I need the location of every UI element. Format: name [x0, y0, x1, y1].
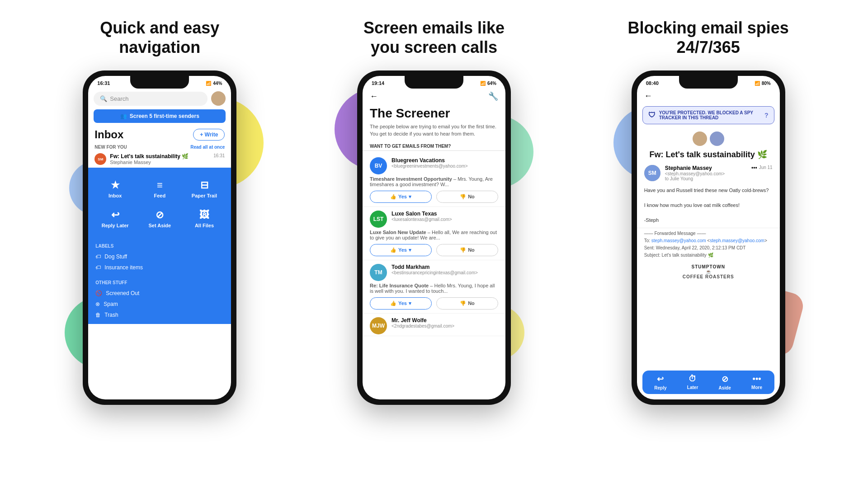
- screener-header: ← 🔧: [363, 88, 505, 105]
- write-btn[interactable]: + Write: [193, 129, 225, 141]
- wifi-icon-2: 📶: [480, 81, 486, 86]
- screener-sender-3[interactable]: TM Todd Markham <bestinsurancepricingint…: [363, 260, 505, 314]
- all-files-icon: 🖼: [199, 209, 209, 221]
- aside-btn[interactable]: ⊘ Aside: [719, 374, 731, 390]
- search-icon: 🔍: [100, 95, 107, 102]
- nav-set-aside[interactable]: ⊘ Set Aside: [138, 205, 181, 233]
- label-dog-stuff[interactable]: 🏷 Dog Stuff: [95, 251, 224, 262]
- search-input-1[interactable]: 🔍 Search: [94, 92, 208, 106]
- forwarded-email-1[interactable]: steph.massey@yahoo.com: [651, 238, 706, 243]
- trash-icon: 🗑: [95, 312, 101, 318]
- reply-later-icon: ↩: [111, 209, 119, 221]
- back-arrow-3[interactable]: ←: [644, 91, 652, 101]
- label-insurance[interactable]: 🏷 Insurance items: [95, 262, 224, 273]
- thumbs-up-icon-2: 👍: [390, 247, 396, 253]
- screener-settings-icon[interactable]: 🔧: [488, 91, 498, 101]
- new-for-you-label: NEW FOR YOU Read all at once: [88, 143, 231, 150]
- phone-2-notch: [405, 76, 463, 89]
- question-icon[interactable]: ?: [764, 112, 769, 119]
- panel-1-title: Quick and easy navigation: [100, 18, 219, 57]
- want-label: WANT TO GET EMAILS FROM THEM?: [363, 142, 505, 151]
- body-line-3: -Steph: [644, 216, 773, 224]
- email-to: to Julie Young: [665, 176, 773, 181]
- no-btn-2[interactable]: 👎 No: [436, 244, 498, 256]
- no-btn-1[interactable]: 👎 No: [436, 191, 498, 203]
- sender-name-2: Luxe Salon Texas: [392, 211, 452, 217]
- screener-subtitle: The people below are trying to email you…: [363, 121, 505, 142]
- yes-btn-3[interactable]: 👍 Yes ▾: [370, 297, 432, 310]
- reply-btn[interactable]: ↩ Reply: [654, 374, 666, 390]
- yes-btn-1[interactable]: 👍 Yes ▾: [370, 191, 432, 203]
- yes-btn-2[interactable]: 👍 Yes ▾: [370, 244, 432, 256]
- thumbs-down-icon-3: 👎: [460, 300, 466, 306]
- panel-1-phone-container: 16:31 📶 44% 🔍 Search: [83, 70, 236, 405]
- dog-stuff-icon: 🏷: [95, 253, 101, 260]
- screener-sender-4[interactable]: MJW Mr. Jeff Wolfe <2ndgradestabes@gmail…: [363, 314, 505, 336]
- panel-spy-blocker: Blocking email spies 24/7/365 08:40 📶 80…: [585, 18, 832, 405]
- sender-preview-1: Timeshare Investment Opportunity – Mrs. …: [370, 176, 498, 187]
- nav-all-files[interactable]: 🖼 All Files: [183, 205, 226, 233]
- thumbs-down-icon-2: 👎: [460, 247, 466, 253]
- reply-icon: ↩: [657, 374, 664, 384]
- user-avatar-1[interactable]: [211, 91, 226, 106]
- sender-name-1: Bluegreen Vacations: [392, 157, 468, 164]
- other-trash[interactable]: 🗑 Trash: [95, 310, 224, 320]
- sender-email-4: <2ndgradestabes@gmail.com>: [392, 324, 454, 328]
- spam-icon: ⊗: [95, 301, 100, 307]
- panel-screener: Screen emails like you screen calls 19:1…: [311, 18, 558, 405]
- spy-banner: 🛡 YOU'RE PROTECTED. WE BLOCKED A SPY TRA…: [642, 106, 774, 124]
- inbox-header: Inbox + Write: [88, 125, 231, 143]
- panel-3-title: Blocking email spies 24/7/365: [628, 18, 789, 57]
- screener-title: The Screener: [363, 105, 505, 121]
- phone-2-frame: 19:14 📶 64% ← 🔧 The Screener The people …: [357, 70, 511, 405]
- more-dots-icon[interactable]: •••: [751, 165, 757, 171]
- sender-email-1: <bluegreeninvestments@yahoo.com>: [392, 164, 468, 169]
- more-btn[interactable]: ••• More: [751, 374, 762, 390]
- status-icons-2: 📶 64%: [480, 81, 496, 86]
- screener-sender-2[interactable]: LST Luxe Salon Texas <luxesalontexas@gma…: [363, 207, 505, 260]
- screen-icon: 👥: [120, 113, 127, 119]
- screened-out-icon: 🚫: [95, 290, 102, 296]
- later-btn[interactable]: ⏱ Later: [687, 374, 698, 390]
- email-view-header: ←: [637, 88, 780, 104]
- labels-title: LABELS: [95, 244, 224, 249]
- feed-icon: ≡: [157, 179, 163, 191]
- nav-feed[interactable]: ≡ Feed: [138, 175, 181, 203]
- nav-paper-trail[interactable]: ⊟ Paper Trail: [183, 175, 226, 203]
- thumbs-down-icon-1: 👎: [460, 194, 466, 200]
- later-icon: ⏱: [689, 374, 697, 384]
- avatar-sm-1: SM: [94, 153, 106, 165]
- phone-1-screen: 16:31 📶 44% 🔍 Search: [88, 76, 231, 399]
- email-sender-addr: <steph.massey@yahoo.com>: [665, 171, 773, 176]
- forwarded-sent: Sent: Wednesday, April 22, 2020, 2:12:13…: [644, 244, 773, 252]
- sender-name-3: Todd Markham: [392, 264, 478, 270]
- avatar-3b: [710, 131, 724, 146]
- battery-1: 44%: [213, 81, 222, 86]
- forwarded-email-2[interactable]: steph.massey@yahoo.com: [710, 238, 764, 243]
- no-btn-3[interactable]: 👎 No: [436, 297, 498, 310]
- nav-inbox[interactable]: ★ Inbox: [94, 175, 137, 203]
- reply-toolbar: ↩ Reply ⏱ Later ⊘ Aside •••: [642, 371, 774, 394]
- email-meta: SM Stephanie Massey ••• Jun 11 <steph.ma…: [637, 161, 780, 185]
- body-line-2: I know how much you love oat milk coffee…: [644, 202, 773, 209]
- dropdown-arrow-2: ▾: [409, 247, 411, 253]
- battery-2: 64%: [487, 81, 496, 86]
- screener-sender-1[interactable]: BV Bluegreen Vacations <bluegreeninvestm…: [363, 154, 505, 207]
- sender-avatar-bv: BV: [370, 157, 387, 174]
- sender-preview-2: Luxe Salon New Update – Hello all, We ar…: [370, 230, 498, 240]
- avatar-3a: [693, 131, 707, 146]
- body-line-1: Have you and Russell tried these new Oat…: [644, 187, 773, 194]
- status-icons-1: 📶 44%: [206, 81, 222, 86]
- forwarded-label: —— Forwarded Message ——: [644, 230, 773, 237]
- paper-trail-icon: ⊟: [200, 179, 208, 191]
- back-arrow-2[interactable]: ←: [370, 92, 378, 101]
- panel-3-phone-container: 08:40 📶 80% ← 🛡 YOU'RE PROTECTED. WE BLO: [632, 70, 785, 405]
- other-screened-out[interactable]: 🚫 Screened Out: [95, 288, 224, 299]
- stumptown-logo: STUMPTOWN ☕ COFFEE ROASTERS: [637, 261, 780, 283]
- other-spam[interactable]: ⊗ Spam: [95, 299, 224, 310]
- email-preview-1[interactable]: SM Fw: Let's talk sustainability 🌿 Steph…: [88, 150, 231, 168]
- status-time-3: 08:40: [646, 80, 659, 86]
- nav-reply-later[interactable]: ↩ Reply Later: [94, 205, 137, 233]
- sender-avatar-mjw: MJW: [370, 317, 387, 334]
- screen-senders-btn[interactable]: 👥 Screen 5 first-time senders: [94, 109, 226, 123]
